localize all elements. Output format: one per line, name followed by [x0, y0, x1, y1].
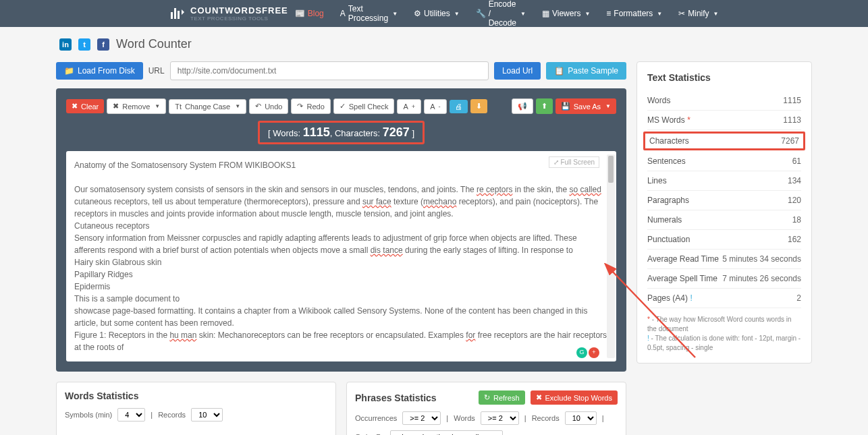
announce-button[interactable]: 📢 [512, 98, 533, 114]
editor-content: Anatomy of the Somatosensory System FROM… [74, 159, 607, 353]
linkedin-icon[interactable]: in [59, 38, 72, 51]
editor-toolbar: ✖ Clear ✖ Remove ▼ Tt Change Case ▼ ↶ Un… [66, 98, 616, 114]
editor-panel: ✖ Clear ✖ Remove ▼ Tt Change Case ▼ ↶ Un… [56, 88, 626, 372]
paste-sample-button[interactable]: 📋 Paste Sample [546, 62, 626, 80]
facebook-icon[interactable]: f [97, 38, 109, 51]
font-increase-button[interactable]: A+ [397, 99, 421, 114]
words-statistics-panel: Words Statistics Symbols (min) 4 | Recor… [56, 382, 336, 435]
redo-button[interactable]: ↷ Redo [291, 98, 330, 114]
load-url-button[interactable]: Load Url [494, 62, 541, 80]
scroll-thumb[interactable] [608, 156, 614, 183]
grammarly-badges: G + [576, 347, 599, 358]
nav-minify[interactable]: ✂ Minify ▼ [672, 0, 725, 32]
download-button[interactable]: ⬇ [470, 99, 487, 113]
page-title: Word Counter [116, 37, 192, 51]
upload-button[interactable]: ⬆ [536, 98, 553, 114]
chevron-down-icon: ▼ [605, 103, 611, 109]
text-stats-title: Text Statistics [647, 72, 801, 83]
footnote: * - The way how Microsoft Word counts wo… [647, 315, 801, 353]
text-editor[interactable]: ⤢ Full Screen Anatomy of the Somatosenso… [66, 151, 616, 361]
refresh-button[interactable]: ↻ Refresh [479, 390, 525, 405]
main-nav: 📰 Blog A Text Processing ▼ ⚙ Utilities ▼… [288, 0, 726, 32]
counter-bar: [ Words: 1115, Characters: 7267 ] [66, 121, 616, 144]
symbols-min-select[interactable]: 4 [117, 408, 145, 422]
brand-name: COUNTWORDSFREE [190, 5, 288, 16]
word-count: 1115 [303, 125, 330, 139]
change-case-button[interactable]: Tt Change Case ▼ [169, 99, 246, 114]
chevron-down-icon: ▼ [155, 103, 160, 109]
stat-row: Average Read Time5 minutes 34 seconds [647, 250, 801, 269]
brand-logo[interactable]: COUNTWORDSFREE TEXT PROCESSING TOOLS [169, 5, 288, 22]
chevron-down-icon: ▼ [454, 11, 460, 17]
url-bar: 📁 Load From Disk URL Load Url 📋 Paste Sa… [56, 61, 626, 80]
phrase-words-select[interactable]: >= 2 [481, 411, 519, 425]
words-stats-table: Count % of Text Symbols 1receptors213.1 … [65, 428, 327, 435]
records-select[interactable]: 10 [191, 408, 223, 422]
stat-row: Sentences61 [647, 152, 801, 171]
occurrences-select[interactable]: >= 2 [402, 411, 441, 425]
nav-blog[interactable]: 📰 Blog [288, 0, 331, 32]
stat-row: Pages (A4) !2 [647, 289, 801, 308]
save-as-button[interactable]: 💾 Save As ▼ [555, 98, 616, 114]
stat-row: Words1115 [647, 91, 801, 111]
stat-row: MS Words *1113 [647, 111, 801, 130]
undo-button[interactable]: ↶ Undo [249, 98, 288, 114]
font-decrease-button[interactable]: A- [424, 99, 446, 114]
char-count: 7267 [383, 125, 410, 139]
remove-button[interactable]: ✖ Remove ▼ [107, 98, 166, 114]
words-stats-title: Words Statistics [65, 390, 327, 401]
chevron-down-icon: ▼ [713, 11, 719, 17]
phrase-records-select[interactable]: 10 [565, 411, 597, 425]
url-label: URL [148, 66, 165, 76]
nav-utilities[interactable]: ⚙ Utilities ▼ [407, 0, 466, 32]
print-button[interactable]: 🖨 [450, 100, 468, 113]
url-input[interactable] [170, 61, 489, 80]
counter-box: [ Words: 1115, Characters: 7267 ] [258, 121, 425, 144]
exclude-stop-words-button[interactable]: ✖ Exclude Stop Words [531, 390, 618, 405]
load-from-disk-button[interactable]: 📁 Load From Disk [56, 62, 143, 80]
editor-scrollbar[interactable] [607, 154, 615, 358]
chevron-down-icon: ▼ [585, 11, 590, 17]
page-header: in t f Word Counter [56, 37, 812, 51]
stat-row: Punctuation162 [647, 230, 801, 250]
nav-viewers[interactable]: ▦ Viewers ▼ [535, 0, 597, 32]
spell-check-button[interactable]: ✓ Spell Check [333, 98, 395, 114]
nav-encode-decode[interactable]: 🔧 Encode / Decode ▼ [469, 0, 533, 32]
nav-text-processing[interactable]: A Text Processing ▼ [333, 0, 404, 32]
brand-tagline: TEXT PROCESSING TOOLS [190, 16, 288, 22]
clear-button[interactable]: ✖ Clear [66, 99, 104, 113]
logo-icon [169, 5, 185, 22]
chevron-down-icon: ▼ [235, 103, 240, 109]
order-by-select[interactable]: phrase length - descending [390, 430, 503, 435]
chevron-down-icon: ▼ [520, 11, 526, 17]
nav-formatters[interactable]: ≡ Formatters ▼ [599, 0, 669, 32]
phrases-stats-controls: Occurrences >= 2 | Words >= 2 | Records … [355, 411, 618, 435]
top-navbar: COUNTWORDSFREE TEXT PROCESSING TOOLS 📰 B… [0, 0, 868, 27]
stat-row: Average Spell Time7 minutes 26 seconds [647, 269, 801, 289]
stat-row: Lines134 [647, 171, 801, 191]
phrases-stats-title: Phrases Statistics [355, 393, 473, 403]
fullscreen-button[interactable]: ⤢ Full Screen [549, 156, 599, 168]
stat-row: Numerals18 [647, 210, 801, 230]
grammarly-icon[interactable]: G [576, 347, 587, 358]
chevron-down-icon: ▼ [392, 11, 398, 17]
stat-row: Characters7267 [643, 132, 805, 150]
words-stats-controls: Symbols (min) 4 | Records 10 [65, 408, 327, 422]
twitter-icon[interactable]: t [78, 38, 90, 51]
text-statistics-panel: Text Statistics Words1115MS Words *1113C… [636, 61, 812, 364]
phrases-statistics-panel: Phrases Statistics ↻ Refresh ✖ Exclude S… [346, 382, 626, 435]
chevron-down-icon: ▼ [657, 11, 662, 17]
stat-row: Paragraphs120 [647, 191, 801, 210]
error-badge[interactable]: + [589, 347, 599, 358]
